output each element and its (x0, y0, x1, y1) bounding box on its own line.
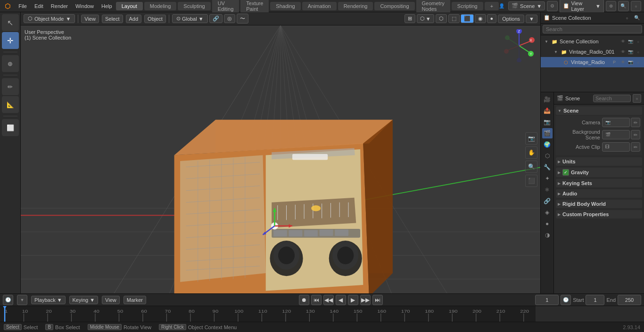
zoom-btn[interactable]: 🔍 (525, 161, 537, 173)
step-forward-btn[interactable]: ▶▶ (360, 295, 371, 305)
tab-texture-paint[interactable]: Texture Paint (240, 0, 269, 13)
annotate-tool-icon[interactable]: ✏ (2, 78, 19, 95)
object-mode-selector[interactable]: ⬡ Object Mode ▼ (24, 14, 75, 23)
gravity-checkbox[interactable]: ✓ (562, 169, 569, 176)
scene-props-icon[interactable]: 🎬 (542, 128, 553, 138)
xray-btn[interactable]: ⬡ (436, 14, 447, 23)
menu-file[interactable]: File (15, 2, 31, 10)
vintage-radio-001-camera-icon[interactable]: 📷 (627, 49, 634, 55)
proportional-edit-btn[interactable]: ◎ (224, 14, 235, 23)
step-back-btn[interactable]: ◀◀ (323, 295, 334, 305)
end-frame-input[interactable] (618, 295, 641, 305)
options-dropdown-icon[interactable]: ▼ (526, 15, 537, 23)
view-btn[interactable]: View (102, 296, 120, 304)
viewport-content[interactable]: User Perspective (1) Scene Collection X (21, 25, 540, 293)
menu-window[interactable]: Window (72, 2, 98, 10)
search-icon[interactable]: 🔍 (618, 1, 628, 11)
scene-collection-camera-icon[interactable]: 📷 (627, 38, 634, 45)
tab-rendering[interactable]: Rendering (338, 2, 373, 10)
outliner-search-input[interactable] (543, 25, 642, 33)
data-props-icon[interactable]: ◈ (542, 207, 553, 218)
tab-modeling[interactable]: Modeling (144, 2, 177, 10)
jump-end-btn[interactable]: ⏭ (372, 295, 383, 305)
gravity-section-header[interactable]: ▶ ✓ Gravity (556, 168, 642, 177)
play-btn[interactable]: ▶ (348, 295, 358, 305)
output-props-icon[interactable]: 📤 (542, 105, 553, 116)
menu-edit[interactable]: Edit (31, 2, 47, 10)
custom-props-section-header[interactable]: ▶ Custom Properties (556, 210, 642, 219)
blender-logo-icon[interactable]: ⬡ (3, 1, 12, 11)
tab-scripting[interactable]: Scripting (452, 2, 483, 10)
hand-tool-btn[interactable]: ✋ (525, 146, 537, 159)
constraints-props-icon[interactable]: 🔗 (542, 196, 553, 206)
tab-compositing[interactable]: Compositing (374, 2, 414, 10)
scene-collection-arrow[interactable]: ▼ (544, 39, 549, 44)
filter-icon[interactable]: ⬦ (631, 1, 641, 11)
select-menu[interactable]: Select (102, 15, 123, 23)
tab-animation[interactable]: Animation (302, 2, 337, 10)
rigid-body-world-section-header[interactable]: ▶ Rigid Body World (556, 200, 642, 208)
menu-help[interactable]: Help (98, 2, 116, 10)
view-layer-settings-icon[interactable]: ⊕ (606, 1, 616, 11)
modifier-props-icon[interactable]: 🔧 (542, 162, 553, 172)
view-layer-props-icon[interactable]: 📷 (542, 117, 553, 127)
time-format-icon[interactable]: 🕐 (561, 295, 571, 305)
pivot-selector[interactable]: ⊙ Global ▼ (172, 14, 208, 23)
vintage-radio-camera-icon[interactable]: 📷 (627, 59, 634, 65)
timeline-type-icon[interactable]: 🕐 (3, 295, 13, 305)
graph-btn[interactable]: 〜 (237, 14, 248, 24)
vintage-radio-001-filter-icon[interactable]: ⬦ (635, 49, 641, 55)
rendered-shading-btn[interactable]: ● (487, 14, 497, 23)
keying-sets-section-header[interactable]: ▶ Keying Sets (556, 179, 642, 187)
camera-field[interactable]: 📷 (602, 118, 630, 127)
record-btn[interactable]: ⏺ (299, 295, 309, 305)
options-btn[interactable]: Options (498, 15, 524, 23)
tab-layout[interactable]: Layout (116, 2, 143, 10)
outliner-search-icon[interactable]: 🔍 (633, 14, 641, 22)
snapping-btn[interactable]: 🔗 (209, 14, 223, 23)
vintage-radio-eye-icon[interactable]: 👁 (619, 59, 626, 65)
tab-shading[interactable]: Shading (270, 2, 300, 10)
props-search-input[interactable] (593, 95, 631, 102)
gizmos-btn[interactable]: ⊞ (405, 14, 415, 23)
physics-props-icon[interactable]: ⚛ (542, 185, 553, 195)
camera-edit-icon[interactable]: ✏ (631, 118, 640, 127)
play-back-btn[interactable]: ◀ (336, 295, 346, 305)
viewport[interactable]: ⬡ Object Mode ▼ View Select Add Object ⊙… (21, 12, 540, 293)
active-clip-field[interactable]: 🎞 (602, 142, 630, 152)
render-props-icon[interactable]: 🎥 (542, 94, 553, 105)
units-section-header[interactable]: ▶ Units (556, 157, 642, 166)
playback-btn[interactable]: Playback ▼ (31, 296, 66, 304)
background-scene-edit-icon[interactable]: ✏ (631, 130, 640, 139)
timeline-content[interactable]: 1 10 20 30 40 50 60 70 80 (0, 306, 644, 322)
outliner-filter-icon[interactable]: ⬦ (623, 14, 631, 22)
shader-props-icon[interactable]: ◑ (542, 230, 553, 240)
tab-uv-editing[interactable]: UV Editing (212, 0, 239, 13)
outliner-scene-collection[interactable]: ▼ 📁 Scene Collection 👁 📷 ⬦ (541, 36, 644, 47)
tab-geometry-nodes[interactable]: Geometry Nodes (416, 0, 450, 13)
start-frame-input[interactable] (586, 295, 604, 305)
outliner-vintage-radio-collection[interactable]: ▼ 📁 Vintage_Radio_001 👁 📷 ⬦ (541, 47, 644, 57)
vintage-radio-ps-icon[interactable]: P (611, 59, 618, 65)
audio-section-header[interactable]: ▶ Audio (556, 189, 642, 198)
active-clip-edit-icon[interactable]: ✏ (631, 142, 640, 152)
scene-collection-filter-icon[interactable]: ⬦ (635, 38, 641, 45)
keying-btn[interactable]: Keying ▼ (69, 296, 99, 304)
add-menu[interactable]: Add (126, 15, 142, 23)
timeline-dropdown-icon[interactable]: ▼ (17, 295, 27, 305)
wireframe-shading-btn[interactable]: ⬚ (448, 14, 460, 23)
vintage-radio-filter-icon[interactable]: ⬦ (635, 59, 641, 65)
scene-settings-icon[interactable]: ⚙ (547, 1, 557, 11)
scene-collection-eye-icon[interactable]: 👁 (619, 38, 626, 45)
tab-sculpting[interactable]: Sculpting (178, 2, 210, 10)
material-shading-btn[interactable]: ◉ (475, 14, 486, 23)
particles-props-icon[interactable]: ✦ (542, 173, 553, 184)
navigation-gizmo[interactable]: X Y Z (503, 29, 536, 62)
add-cube-tool-icon[interactable]: ⬜ (2, 119, 19, 136)
outliner-vintage-radio-mesh[interactable]: ⬡ Vintage_Radio P 👁 📷 ⬦ (541, 57, 644, 67)
vintage-radio-001-eye-icon[interactable]: 👁 (619, 49, 626, 55)
tab-add[interactable]: + (485, 2, 499, 10)
scene-selector[interactable]: 🎬 Scene ▼ (508, 1, 545, 10)
background-scene-field[interactable]: 🎬 (602, 130, 630, 139)
solid-shading-btn[interactable]: ⬛ (461, 14, 474, 23)
